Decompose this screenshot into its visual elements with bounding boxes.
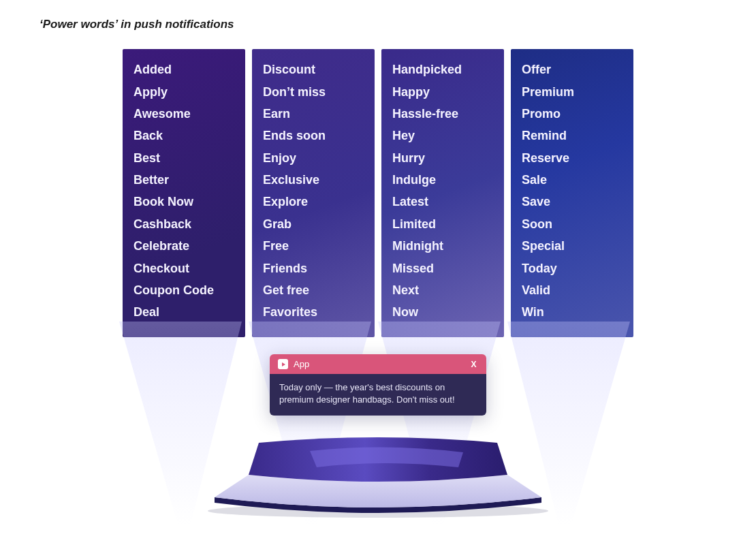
power-word: Back — [133, 125, 234, 146]
notification-body: Today only — the year's best discounts o… — [270, 374, 486, 416]
power-word: Today — [522, 257, 623, 279]
word-column-4: OfferPremiumPromoRemindReserveSaleSaveSo… — [511, 49, 633, 337]
power-word: Deal — [133, 301, 234, 323]
power-word: Free — [263, 235, 364, 257]
notification-header: App X — [270, 354, 486, 374]
power-word: Handpicked — [392, 59, 493, 80]
power-word: Premium — [522, 80, 623, 102]
power-word: Enjoy — [263, 147, 364, 169]
power-word: Ends soon — [263, 125, 364, 146]
power-word: Hey — [392, 125, 493, 146]
power-word: Apply — [133, 80, 234, 102]
word-columns: AddedApplyAwesomeBackBestBetterBook NowC… — [109, 49, 647, 337]
power-word: Grab — [263, 213, 364, 235]
power-word: Hassle-free — [392, 103, 493, 125]
close-icon: X — [469, 360, 478, 369]
notification-app-label: App — [294, 359, 469, 369]
power-word: Best — [133, 147, 234, 169]
power-word: Latest — [392, 191, 493, 213]
power-word: Next — [392, 279, 493, 301]
laptop-illustration — [194, 437, 562, 519]
power-word: Checkout — [133, 257, 234, 279]
power-word: Valid — [522, 279, 623, 301]
app-icon — [278, 359, 288, 369]
power-word: Indulge — [392, 169, 493, 191]
power-word: Exclusive — [263, 169, 364, 191]
power-word: Explore — [263, 191, 364, 213]
power-word: Book Now — [133, 191, 234, 213]
power-word: Favorites — [263, 301, 364, 323]
word-column-2: DiscountDon’t missEarnEnds soonEnjoyExcl… — [252, 49, 375, 337]
power-word: Sale — [522, 169, 623, 191]
power-word: Reserve — [522, 147, 623, 169]
power-word: Hurry — [392, 147, 493, 169]
power-word: Win — [522, 301, 623, 323]
power-word: Better — [133, 169, 234, 191]
power-word: Added — [133, 59, 234, 80]
power-word: Remind — [522, 125, 623, 146]
power-word: Promo — [522, 103, 623, 125]
word-column-1: AddedApplyAwesomeBackBestBetterBook NowC… — [123, 49, 245, 337]
power-word: Friends — [263, 257, 364, 279]
power-word: Awesome — [133, 103, 234, 125]
power-word: Midnight — [392, 235, 493, 257]
word-column-3: HandpickedHappyHassle-freeHeyHurryIndulg… — [381, 49, 504, 337]
power-word: Discount — [263, 59, 364, 80]
power-word: Cashback — [133, 213, 234, 235]
power-word: Earn — [263, 103, 364, 125]
power-word: Don’t miss — [263, 80, 364, 102]
power-word: Limited — [392, 213, 493, 235]
power-word: Now — [392, 301, 493, 323]
power-word: Happy — [392, 80, 493, 102]
power-word: Get free — [263, 279, 364, 301]
power-word: Special — [522, 235, 623, 257]
power-word: Missed — [392, 257, 493, 279]
power-word: Offer — [522, 59, 623, 80]
power-word: Soon — [522, 213, 623, 235]
page-title: ‘Power words’ in push notifications — [0, 0, 756, 31]
power-word: Coupon Code — [133, 279, 234, 301]
power-word: Celebrate — [133, 235, 234, 257]
power-word: Save — [522, 191, 623, 213]
power-words-graphic: AddedApplyAwesomeBackBestBetterBook NowC… — [109, 49, 647, 540]
notification-card: App X Today only — the year's best disco… — [270, 354, 486, 416]
